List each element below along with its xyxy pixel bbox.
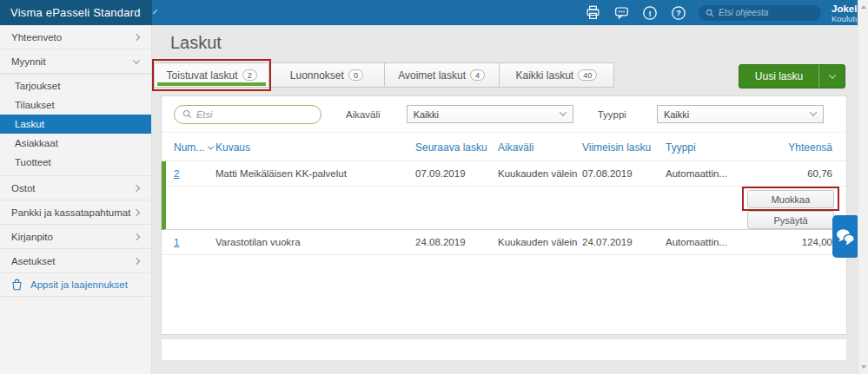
- cell-last-invoice: 07.08.2019: [582, 168, 666, 179]
- help-search[interactable]: [699, 5, 821, 21]
- chevron-down-icon: [810, 108, 817, 115]
- sidebar-item-apps[interactable]: Appsit ja laajennukset: [0, 273, 151, 297]
- tab-toistuvat-laskut[interactable]: Toistuvat laskut2: [154, 62, 269, 88]
- sidebar-item-laskut[interactable]: Laskut: [0, 115, 151, 134]
- alert-icon[interactable]: !: [642, 5, 658, 21]
- chat-bubbles-icon: [836, 228, 855, 246]
- column-header-yhteensa[interactable]: Yhteensä: [763, 141, 832, 154]
- topbar: Visma ePasseli Standard ! ? Markus Jokel…: [0, 0, 858, 25]
- search-icon: [182, 109, 192, 119]
- sidebar-item-kirjanpito[interactable]: Kirjanpito: [0, 225, 151, 249]
- sidebar-item-myynnit[interactable]: Myynnit: [0, 49, 151, 74]
- chevron-down-icon: [559, 108, 566, 115]
- invoice-panel: Aikaväli Kaikki Tyyppi Kaikki Num... Kuv…: [161, 95, 847, 335]
- period-filter-label: Aikaväli: [346, 109, 381, 120]
- row-action-zone: Muokkaa Pysäytä: [166, 187, 846, 229]
- chevron-right-icon: [133, 257, 140, 264]
- chevron-right-icon: [133, 33, 140, 40]
- column-header-aikavali[interactable]: Aikaväli: [498, 141, 582, 154]
- type-filter-select[interactable]: Kaikki: [657, 105, 824, 123]
- invoice-number-link[interactable]: 2: [174, 168, 179, 179]
- scroll-up-icon[interactable]: [861, 5, 866, 9]
- vertical-scrollbar[interactable]: [858, 0, 868, 374]
- sidebar-item-pankki[interactable]: Pankki ja kassatapahtumat: [0, 200, 151, 225]
- print-icon[interactable]: [585, 5, 600, 21]
- app-switcher[interactable]: Visma ePasseli Standard: [0, 0, 152, 25]
- scroll-down-icon[interactable]: [861, 365, 866, 369]
- cell-total: 60,76: [763, 168, 832, 179]
- help-icon[interactable]: ?: [671, 5, 686, 21]
- app-window: Visma ePasseli Standard ! ? Markus Jokel…: [0, 0, 868, 374]
- stop-button[interactable]: Pysäytä: [747, 211, 834, 229]
- tab-avoimet-laskut[interactable]: Avoimet laskut4: [384, 62, 500, 88]
- sidebar-item-asetukset[interactable]: Asetukset: [0, 249, 151, 273]
- invoice-number-link[interactable]: 1: [174, 237, 179, 247]
- sidebar-item-tuotteet[interactable]: Tuotteet: [0, 153, 151, 172]
- feedback-chat-icon[interactable]: [613, 5, 629, 21]
- cell-total: 124,00: [763, 237, 832, 247]
- tab-bar: Toistuvat laskut2 Luonnokset0 Avoimet la…: [154, 62, 614, 88]
- column-header-tyyppi[interactable]: Tyyppi: [666, 141, 763, 154]
- cell-description: Matti Meikäläisen KK-palvelut: [215, 168, 415, 179]
- cell-type: Automaattin...: [666, 237, 763, 247]
- tab-count-badge: 40: [578, 69, 597, 81]
- tab-kaikki-laskut[interactable]: Kaikki laskut40: [499, 62, 614, 88]
- help-search-input[interactable]: [719, 8, 814, 17]
- app-title: Visma ePasseli Standard: [10, 6, 141, 19]
- sidebar-group-myynnit: Tarjoukset Tilaukset Laskut Asiakkaat Tu…: [0, 74, 151, 176]
- cell-description: Varastotilan vuokra: [215, 237, 415, 247]
- table-header: Num... Kuvaus Seuraava lasku Aikaväli Vi…: [162, 133, 846, 161]
- column-header-viimeisin[interactable]: Viimeisin lasku: [582, 141, 666, 154]
- main-content: Laskut Toistuvat laskut2 Luonnokset0 Avo…: [152, 25, 858, 374]
- search-icon: [706, 9, 714, 17]
- column-header-num[interactable]: Num...: [174, 141, 215, 154]
- edit-button[interactable]: Muokkaa: [747, 190, 834, 208]
- svg-text:?: ?: [676, 9, 681, 17]
- sort-icon: [208, 143, 214, 149]
- table-search-input[interactable]: [196, 109, 305, 120]
- period-filter-select[interactable]: Kaikki: [407, 105, 573, 123]
- sidebar: Yhteenveto Myynnit Tarjoukset Tilaukset …: [0, 25, 152, 374]
- chevron-right-icon: [133, 184, 140, 191]
- column-header-kuvaus[interactable]: Kuvaus: [215, 141, 415, 154]
- new-invoice-button[interactable]: Uusi lasku: [739, 64, 845, 89]
- cell-type: Automaattin...: [666, 168, 763, 179]
- page-title: Laskut: [170, 33, 222, 53]
- cell-next-invoice: 24.08.2019: [415, 237, 498, 247]
- column-header-seuraava[interactable]: Seuraava lasku: [415, 141, 498, 154]
- tab-count-badge: 4: [470, 69, 485, 81]
- sidebar-item-yhteenveto[interactable]: Yhteenveto: [0, 25, 151, 49]
- chevron-right-icon: [133, 208, 140, 215]
- chevron-down-icon: [133, 56, 140, 63]
- cell-next-invoice: 07.09.2019: [415, 168, 498, 179]
- sidebar-item-ostot[interactable]: Ostot: [0, 176, 151, 200]
- filter-bar: Aikaväli Kaikki Tyyppi Kaikki: [162, 96, 846, 133]
- sidebar-item-asiakkaat[interactable]: Asiakkaat: [0, 134, 151, 153]
- new-invoice-dropdown[interactable]: [818, 65, 845, 88]
- topbar-icons: ! ?: [585, 5, 686, 21]
- chevron-right-icon: [133, 233, 140, 239]
- cell-interval: Kuukauden välein: [498, 168, 582, 179]
- type-filter-label: Tyyppi: [598, 109, 626, 120]
- table-search[interactable]: [174, 105, 321, 124]
- chevron-down-icon: [153, 10, 157, 14]
- cell-last-invoice: 24.07.2019: [582, 237, 666, 247]
- svg-text:!: !: [649, 9, 652, 17]
- chevron-down-icon: [828, 71, 835, 78]
- table-row-expanded: 2 Matti Meikäläisen KK-palvelut 07.09.20…: [162, 161, 846, 230]
- tab-count-badge: 2: [242, 69, 257, 81]
- tab-count-badge: 0: [348, 69, 363, 81]
- shopping-bag-icon: [11, 279, 23, 291]
- cell-interval: Kuukauden välein: [498, 237, 582, 247]
- footer-bar: [161, 338, 847, 361]
- table-row[interactable]: 1 Varastotilan vuokra 24.08.2019 Kuukaud…: [162, 230, 846, 255]
- table-row[interactable]: 2 Matti Meikäläisen KK-palvelut 07.09.20…: [166, 161, 846, 187]
- tab-luonnokset[interactable]: Luonnokset0: [268, 62, 384, 88]
- sidebar-item-tarjoukset[interactable]: Tarjoukset: [0, 76, 151, 95]
- sidebar-item-tilaukset[interactable]: Tilaukset: [0, 95, 151, 115]
- chat-widget-button[interactable]: [832, 215, 858, 258]
